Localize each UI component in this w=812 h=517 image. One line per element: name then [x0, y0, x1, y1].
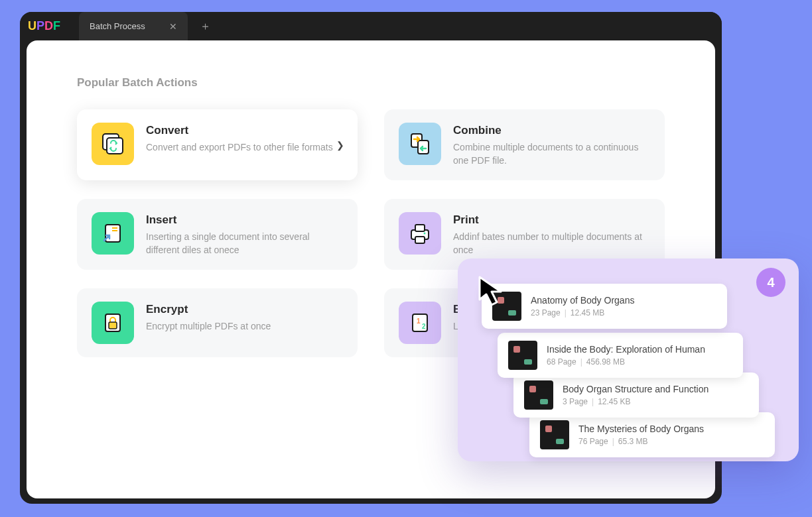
svg-text:2: 2: [422, 323, 426, 330]
file-thumbnail: [524, 380, 553, 410]
file-thumbnail: [508, 341, 537, 370]
action-card-convert[interactable]: Convert Convert and export PDFs to other…: [77, 109, 358, 180]
card-title: Insert: [146, 213, 343, 227]
file-thumbnail: [540, 420, 569, 449]
file-card[interactable]: The Mysteries of Body Organs 76 Page|65.…: [529, 412, 775, 457]
svg-rect-9: [415, 237, 425, 243]
action-card-encrypt[interactable]: Encrypt Encrypt multiple PDFs at once: [77, 288, 358, 357]
card-desc: Convert and export PDFs to other file fo…: [146, 141, 343, 154]
file-name: Anatomy of Body Organs: [531, 295, 716, 306]
combine-icon: [399, 123, 441, 165]
close-icon[interactable]: ✕: [169, 21, 177, 32]
svg-rect-6: [112, 230, 117, 231]
svg-rect-8: [415, 225, 425, 231]
cursor-icon: [474, 273, 511, 310]
svg-rect-12: [109, 322, 117, 329]
tab-label: Batch Process: [90, 21, 145, 31]
section-title: Popular Batch Actions: [77, 76, 665, 89]
app-logo: UPDF: [28, 19, 60, 33]
chevron-right-icon: ❯: [336, 140, 344, 150]
card-desc: Combine multiple documents to a continuo…: [453, 141, 650, 167]
bates-icon: 12: [399, 302, 441, 344]
file-card[interactable]: Anatomy of Body Organs 23 Page|12.45 MB: [482, 284, 727, 329]
action-card-combine[interactable]: Combine Combine multiple documents to a …: [384, 109, 665, 180]
card-desc: Encrypt multiple PDFs at once: [146, 320, 343, 333]
insert-icon: [92, 212, 134, 255]
card-desc: Addinf bates number to multiple document…: [453, 231, 650, 257]
svg-rect-3: [418, 141, 429, 154]
svg-text:1: 1: [417, 317, 421, 325]
file-meta: 68 Page|456.98 MB: [547, 357, 732, 367]
action-card-insert[interactable]: Insert Inserting a single document into …: [77, 199, 358, 270]
file-meta: 76 Page|65.3 MB: [578, 437, 764, 446]
file-count-badge: 4: [756, 268, 785, 297]
file-name: The Mysteries of Body Organs: [578, 424, 764, 434]
card-desc: Inserting a single document into several…: [146, 231, 343, 257]
encrypt-icon: [92, 302, 134, 344]
file-card[interactable]: Body Organ Structure and Function 3 Page…: [513, 373, 759, 418]
titlebar: UPDF Batch Process ✕ ＋: [20, 12, 722, 40]
print-icon: [399, 212, 441, 255]
file-meta: 23 Page|12.45 MB: [531, 308, 716, 317]
card-title: Combine: [453, 124, 650, 137]
svg-rect-4: [105, 225, 120, 242]
card-title: Convert: [146, 124, 343, 137]
svg-rect-5: [112, 227, 117, 229]
file-name: Body Organ Structure and Function: [563, 384, 748, 394]
card-title: Print: [453, 213, 650, 227]
svg-point-10: [424, 233, 426, 235]
file-name: Inside the Body: Exploration of Human: [547, 344, 732, 355]
file-meta: 3 Page|12.45 KB: [563, 397, 748, 406]
new-tab-button[interactable]: ＋: [200, 19, 211, 34]
tab-batch-process[interactable]: Batch Process ✕: [79, 12, 188, 40]
file-card[interactable]: Inside the Body: Exploration of Human 68…: [498, 333, 743, 378]
card-title: Encrypt: [146, 303, 343, 316]
convert-icon: [92, 123, 134, 165]
